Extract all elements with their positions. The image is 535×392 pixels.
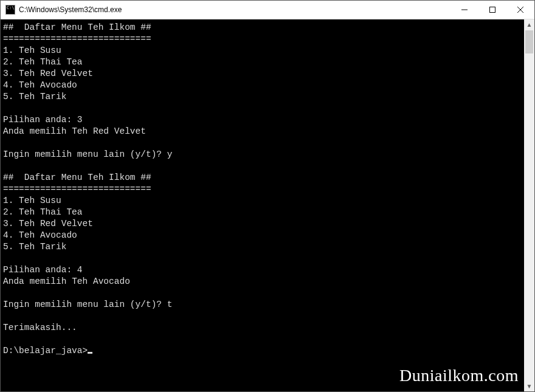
again-value: t [167, 300, 173, 309]
cmd-icon [5, 5, 15, 15]
menu-item: 3. Teh Red Velvet [3, 219, 93, 229]
choice-value: 4 [77, 265, 83, 275]
menu-item: 1. Teh Susu [3, 46, 61, 55]
choice-prompt: Pilihan anda: [3, 265, 77, 275]
content-area: ## Daftar Menu Teh Ilkom ## ============… [1, 19, 534, 391]
close-button[interactable] [506, 1, 534, 19]
selected-item: Teh Avocado [72, 277, 130, 286]
confirm-prefix: Anda memilih [3, 126, 72, 136]
menu-item: 4. Teh Avocado [3, 230, 77, 240]
minimize-button[interactable] [450, 1, 478, 19]
menu-item: 4. Teh Avocado [3, 80, 77, 90]
cursor-icon [88, 352, 92, 354]
selected-item: Teh Red Velvet [72, 126, 146, 136]
window-title: C:\Windows\System32\cmd.exe [19, 5, 122, 14]
menu-item: 5. Teh Tarik [3, 242, 66, 252]
scroll-up-icon[interactable]: ▲ [524, 19, 534, 30]
menu-item: 2. Teh Thai Tea [3, 57, 83, 67]
window-controls [450, 1, 534, 19]
thanks-line: Terimakasih... [3, 323, 77, 332]
cmd-window: C:\Windows\System32\cmd.exe ## Daftar Me… [0, 0, 535, 392]
scroll-down-icon[interactable]: ▼ [524, 381, 534, 391]
cwd-prompt: D:\belajar_java> [3, 346, 88, 356]
again-value: y [167, 150, 173, 159]
menu-item: 1. Teh Susu [3, 196, 61, 205]
menu-item: 5. Teh Tarik [3, 92, 66, 101]
maximize-button[interactable] [478, 1, 506, 19]
svg-rect-1 [490, 7, 495, 13]
scroll-thumb[interactable] [525, 30, 533, 53]
confirm-prefix: Anda memilih [3, 277, 72, 286]
menu-item: 2. Teh Thai Tea [3, 207, 83, 217]
divider: ============================ [3, 34, 151, 44]
menu-header: ## Daftar Menu Teh Ilkom ## [3, 173, 151, 182]
terminal-output[interactable]: ## Daftar Menu Teh Ilkom ## ============… [1, 19, 524, 391]
again-prompt: Ingin memilih menu lain (y/t)? [3, 150, 167, 159]
choice-prompt: Pilihan anda: [3, 115, 77, 125]
divider: ============================ [3, 184, 151, 194]
vertical-scrollbar[interactable]: ▲ ▼ [524, 19, 534, 391]
choice-value: 3 [77, 115, 83, 125]
menu-header: ## Daftar Menu Teh Ilkom ## [3, 22, 151, 32]
titlebar[interactable]: C:\Windows\System32\cmd.exe [1, 1, 534, 19]
menu-item: 3. Teh Red Velvet [3, 69, 93, 78]
again-prompt: Ingin memilih menu lain (y/t)? [3, 300, 167, 309]
